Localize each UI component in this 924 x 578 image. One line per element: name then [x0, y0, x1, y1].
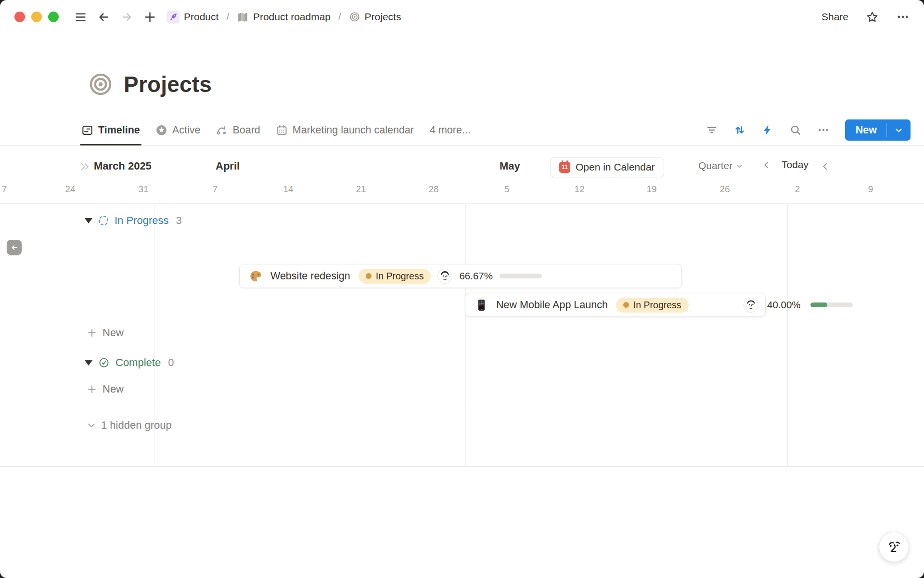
minimize-window-button[interactable]: [31, 12, 42, 22]
timeline-card-new-mobile-app-launch[interactable]: New Mobile App Launch In Progress: [465, 293, 766, 317]
hidden-groups-label: 1 hidden group: [101, 419, 172, 432]
favorite-star-icon[interactable]: [866, 11, 879, 24]
map-icon: [237, 11, 249, 23]
back-arrow-icon[interactable]: [95, 9, 112, 25]
tab-label: Marketing launch calendar: [293, 124, 414, 136]
week-date: 7: [0, 184, 15, 195]
collapse-triangle-icon[interactable]: [85, 218, 92, 223]
timeline-zoom-select[interactable]: Quarter: [698, 160, 743, 171]
breadcrumb-item-product[interactable]: Product: [165, 9, 220, 25]
complete-status-icon: [99, 357, 109, 368]
window-controls: [14, 12, 59, 22]
progress-percentage: 66.67%: [459, 270, 493, 282]
sidebar-menu-icon[interactable]: [72, 9, 89, 25]
sort-icon[interactable]: [732, 122, 748, 138]
today-button[interactable]: Today: [782, 159, 808, 171]
week-date: 31: [133, 184, 154, 195]
progress-bar-fill: [810, 302, 827, 307]
zoom-window-button[interactable]: [48, 12, 59, 22]
target-icon: [349, 11, 360, 23]
breadcrumb-item-product-roadmap[interactable]: Product roadmap: [235, 10, 333, 25]
tab-active[interactable]: Active: [151, 115, 205, 145]
in-progress-status-icon: [99, 216, 108, 225]
board-view-icon: [216, 124, 228, 136]
group-header-in-progress[interactable]: In Progress 3: [85, 213, 182, 228]
group-count: 3: [176, 214, 182, 227]
previous-period-chevron-icon[interactable]: [762, 160, 771, 170]
forward-arrow-icon[interactable]: [118, 9, 135, 25]
week-date: 2: [787, 184, 808, 195]
open-in-calendar-label: Open in Calendar: [576, 161, 655, 173]
plus-icon: [87, 384, 97, 394]
status-dot-icon: [366, 273, 372, 279]
week-date: 26: [714, 184, 735, 195]
automations-lightning-icon[interactable]: [759, 122, 776, 138]
today-navigation: Today: [762, 159, 828, 171]
new-item-button[interactable]: New: [845, 119, 911, 141]
group-name: In Progress: [115, 214, 169, 227]
notion-ai-face-icon: [886, 539, 903, 556]
view-tabs-bar: Timeline Active Board Marketing launch c…: [0, 115, 924, 145]
notion-ai-button[interactable]: [879, 532, 909, 562]
tab-marketing-launch-calendar[interactable]: Marketing launch calendar: [271, 115, 418, 145]
week-date: 14: [278, 184, 299, 195]
timeline-card-website-redesign[interactable]: Website redesign In Progress 66.67%: [239, 264, 682, 288]
progress-percentage: 40.00%: [767, 299, 801, 311]
notion-window: Product / Product roadmap / Projects Sha…: [0, 0, 924, 578]
calendar-badge-icon: 11: [559, 162, 570, 173]
timeline-bottom-divider: [0, 466, 924, 467]
new-item-row-in-progress[interactable]: New: [87, 327, 124, 339]
calendar-view-icon: [276, 124, 288, 136]
assignee-avatar: [437, 269, 452, 284]
page-target-icon[interactable]: [88, 72, 113, 97]
week-date: 7: [205, 184, 226, 195]
tabs-divider: [0, 145, 924, 146]
breadcrumb-separator: /: [226, 12, 229, 23]
next-period-chevron-icon[interactable]: [819, 160, 828, 170]
month-label: May: [500, 160, 520, 172]
scroll-left-button[interactable]: [7, 240, 22, 255]
tab-label: Timeline: [98, 124, 140, 136]
week-date: 24: [60, 184, 81, 195]
scroll-months-chevrons-icon[interactable]: [79, 161, 90, 174]
tab-timeline[interactable]: Timeline: [77, 115, 144, 145]
week-date: 12: [569, 184, 590, 195]
window-top-bar: Product / Product roadmap / Projects Sha…: [0, 0, 924, 34]
new-page-plus-icon[interactable]: [141, 9, 158, 25]
week-date: 9: [860, 184, 881, 195]
tab-board[interactable]: Board: [211, 115, 264, 145]
breadcrumb: Product / Product roadmap / Projects: [165, 9, 403, 25]
palette-icon: [249, 270, 262, 283]
collapse-triangle-icon[interactable]: [85, 360, 92, 366]
week-date: 19: [641, 184, 662, 195]
week-date: 21: [350, 184, 372, 195]
month-gridline-may: [465, 204, 466, 466]
group-count: 0: [168, 356, 174, 369]
more-views-button[interactable]: 4 more...: [430, 124, 471, 136]
share-button[interactable]: Share: [821, 11, 848, 23]
month-label: March 2025: [94, 160, 152, 172]
filter-icon[interactable]: [704, 122, 720, 138]
week-date: 5: [496, 184, 517, 195]
breadcrumb-separator: /: [338, 12, 341, 23]
page-header: Projects: [88, 71, 212, 97]
timeline-view-icon: [81, 124, 93, 136]
group-header-complete[interactable]: Complete 0: [85, 355, 174, 370]
new-button-dropdown[interactable]: [887, 119, 911, 141]
breadcrumb-label: Product: [184, 11, 218, 23]
search-icon[interactable]: [787, 122, 804, 138]
new-item-row-complete[interactable]: New: [87, 383, 124, 395]
zoom-level-value: Quarter: [698, 160, 732, 171]
close-window-button[interactable]: [14, 12, 25, 22]
hidden-groups-row[interactable]: 1 hidden group: [87, 419, 172, 432]
new-row-label: New: [103, 383, 124, 395]
chevron-down-icon: [736, 162, 743, 170]
more-options-icon[interactable]: [896, 10, 910, 24]
tab-label: Board: [232, 124, 260, 136]
plus-icon: [87, 328, 97, 338]
mobile-phone-icon: [475, 299, 488, 312]
status-dot-icon: [623, 302, 629, 308]
breadcrumb-item-projects[interactable]: Projects: [347, 10, 403, 24]
view-options-ellipsis-icon[interactable]: [815, 122, 832, 138]
open-in-calendar-button[interactable]: 11 Open in Calendar: [550, 157, 664, 177]
